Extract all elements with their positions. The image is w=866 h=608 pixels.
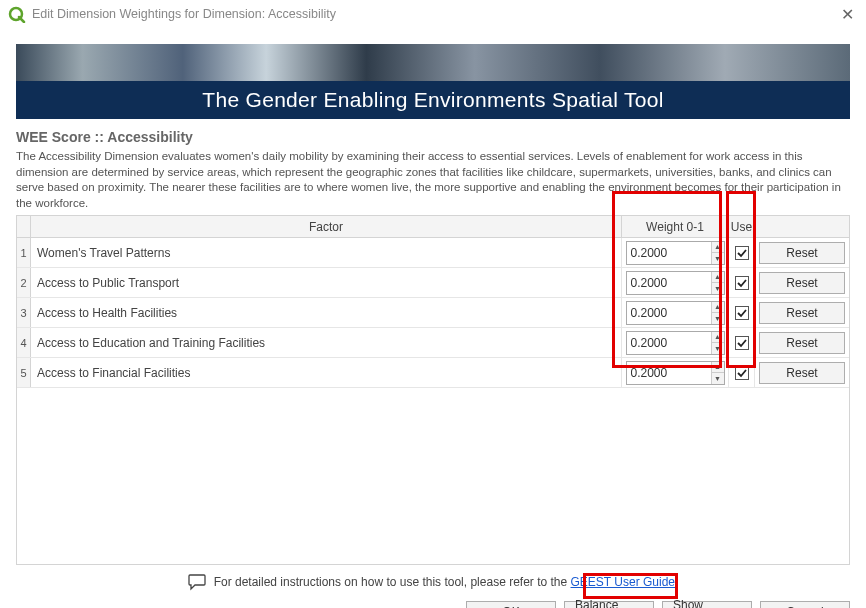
factor-name: Access to Public Transport xyxy=(31,268,622,297)
user-guide-link[interactable]: GEEST User Guide xyxy=(571,575,675,589)
factors-table: Factor Weight 0-1 Use 1 Women's Travel P… xyxy=(16,215,850,565)
banner: The Gender Enabling Environments Spatial… xyxy=(16,44,850,119)
table-row: 4 Access to Education and Training Facil… xyxy=(17,328,849,358)
section-heading: WEE Score :: Accessibility xyxy=(16,129,850,145)
weight-spinbox[interactable]: ▲ ▼ xyxy=(626,301,725,325)
spin-down-button[interactable]: ▼ xyxy=(712,282,724,294)
app-icon xyxy=(8,5,26,23)
spin-up-button[interactable]: ▲ xyxy=(712,332,724,343)
row-index: 4 xyxy=(17,328,31,357)
row-index: 5 xyxy=(17,358,31,387)
footer-note-prefix: For detailed instructions on how to use … xyxy=(214,575,571,589)
banner-title: The Gender Enabling Environments Spatial… xyxy=(202,88,663,112)
col-header-weight: Weight 0-1 xyxy=(622,216,729,237)
cancel-button[interactable]: Cancel xyxy=(760,601,850,608)
factor-name: Access to Health Facilities xyxy=(31,298,622,327)
spin-down-button[interactable]: ▼ xyxy=(712,372,724,384)
weight-input[interactable] xyxy=(627,302,711,324)
balance-weights-button[interactable]: Balance Weights xyxy=(564,601,654,608)
table-row: 1 Women's Travel Patterns ▲ ▼ Reset xyxy=(17,238,849,268)
window-title: Edit Dimension Weightings for Dimension:… xyxy=(32,7,336,21)
spin-down-button[interactable]: ▼ xyxy=(712,342,724,354)
factor-name: Women's Travel Patterns xyxy=(31,238,622,267)
row-index: 2 xyxy=(17,268,31,297)
table-row: 3 Access to Health Facilities ▲ ▼ Reset xyxy=(17,298,849,328)
reset-button[interactable]: Reset xyxy=(759,242,845,264)
row-index: 3 xyxy=(17,298,31,327)
use-checkbox[interactable] xyxy=(735,336,749,350)
description-text: The Accessibility Dimension evaluates wo… xyxy=(16,149,850,211)
spin-down-button[interactable]: ▼ xyxy=(712,312,724,324)
col-header-use: Use xyxy=(729,216,755,237)
weight-input[interactable] xyxy=(627,362,711,384)
reset-button[interactable]: Reset xyxy=(759,272,845,294)
col-header-factor: Factor xyxy=(31,216,622,237)
reset-button[interactable]: Reset xyxy=(759,332,845,354)
close-button[interactable]: ✕ xyxy=(837,5,858,24)
factor-name: Access to Financial Facilities xyxy=(31,358,622,387)
weight-input[interactable] xyxy=(627,332,711,354)
show-guids-button[interactable]: Show GUIDs xyxy=(662,601,752,608)
row-index: 1 xyxy=(17,238,31,267)
ok-button[interactable]: OK xyxy=(466,601,556,608)
reset-button[interactable]: Reset xyxy=(759,302,845,324)
footer-note-suffix: . xyxy=(675,575,678,589)
col-header-reset xyxy=(755,216,849,237)
spin-up-button[interactable]: ▲ xyxy=(712,362,724,373)
col-header-index xyxy=(17,216,31,237)
weight-spinbox[interactable]: ▲ ▼ xyxy=(626,361,725,385)
factor-name: Access to Education and Training Facilit… xyxy=(31,328,622,357)
spin-up-button[interactable]: ▲ xyxy=(712,302,724,313)
table-row: 5 Access to Financial Facilities ▲ ▼ Res… xyxy=(17,358,849,388)
use-checkbox[interactable] xyxy=(735,366,749,380)
reset-button[interactable]: Reset xyxy=(759,362,845,384)
footer-note: For detailed instructions on how to use … xyxy=(0,573,866,591)
spin-up-button[interactable]: ▲ xyxy=(712,242,724,253)
use-checkbox[interactable] xyxy=(735,306,749,320)
use-checkbox[interactable] xyxy=(735,246,749,260)
dialog-buttons: OK Balance Weights Show GUIDs Cancel xyxy=(0,601,850,608)
weight-input[interactable] xyxy=(627,242,711,264)
spin-down-button[interactable]: ▼ xyxy=(712,252,724,264)
use-checkbox[interactable] xyxy=(735,276,749,290)
weight-spinbox[interactable]: ▲ ▼ xyxy=(626,241,725,265)
weight-spinbox[interactable]: ▲ ▼ xyxy=(626,271,725,295)
spin-up-button[interactable]: ▲ xyxy=(712,272,724,283)
speech-bubble-icon xyxy=(188,573,208,591)
titlebar: Edit Dimension Weightings for Dimension:… xyxy=(0,0,866,28)
table-row: 2 Access to Public Transport ▲ ▼ Reset xyxy=(17,268,849,298)
weight-input[interactable] xyxy=(627,272,711,294)
weight-spinbox[interactable]: ▲ ▼ xyxy=(626,331,725,355)
